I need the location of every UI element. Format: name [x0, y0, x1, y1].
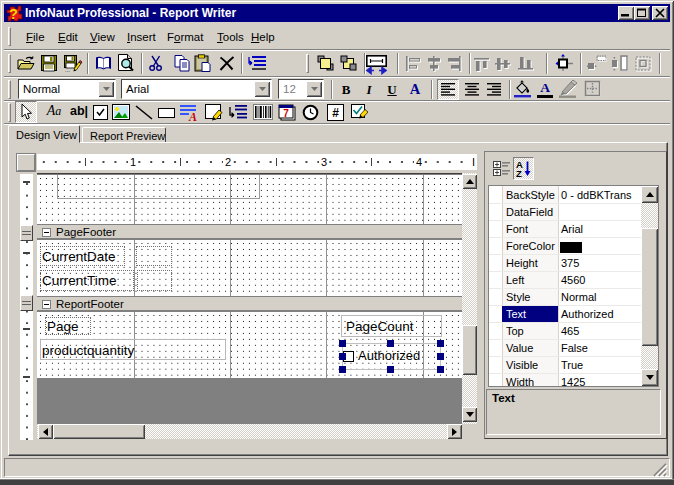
svg-text:A: A	[188, 110, 197, 124]
svg-text:7: 7	[283, 108, 289, 119]
svg-text:Z: Z	[516, 168, 522, 179]
svg-text:#: #	[332, 106, 339, 120]
svg-text:?: ?	[9, 6, 18, 22]
svg-text:...: ...	[65, 67, 70, 73]
